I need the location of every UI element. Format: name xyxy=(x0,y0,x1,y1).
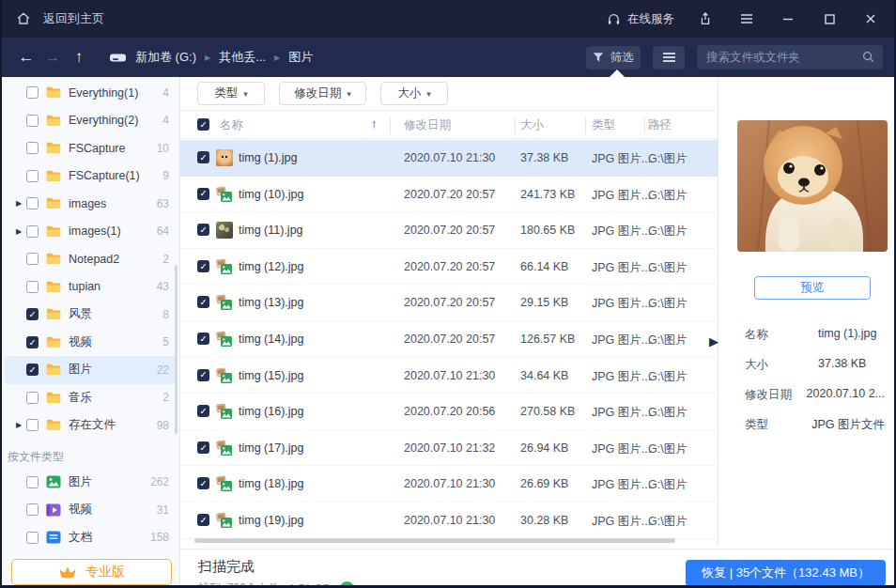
by-file-type-label: 按文件类型 xyxy=(2,440,179,469)
file-type: JPG 图片... xyxy=(592,151,651,167)
folder-checkbox[interactable] xyxy=(26,336,39,348)
date-filter-dropdown[interactable]: 修改日期▾ xyxy=(279,82,366,105)
table-row[interactable]: timg (13).jpg 2020.07.20 20:57 29.15 KB … xyxy=(180,285,718,321)
row-checkbox[interactable] xyxy=(197,151,209,163)
row-checkbox[interactable] xyxy=(197,369,209,381)
sidebar-scrollbar[interactable] xyxy=(175,265,178,434)
up-arrow-icon[interactable]: ↑ xyxy=(66,48,92,67)
folder-checkbox[interactable] xyxy=(26,253,39,265)
view-list-button[interactable] xyxy=(653,46,685,70)
table-row[interactable]: timg (1).jpg 2020.07.10 21:30 37.38 KB J… xyxy=(180,140,718,177)
file-type: JPG 图片... xyxy=(592,514,651,530)
table-row[interactable]: timg (17).jpg 2020.07.10 21:32 26.94 KB … xyxy=(180,430,718,467)
sidebar-folder-item[interactable]: ▶ 音乐 2 xyxy=(5,384,177,412)
file-path: G:\图片 xyxy=(648,333,687,348)
table-row[interactable]: timg (19).jpg 2020.07.10 21:30 30.28 KB … xyxy=(180,503,718,539)
row-checkbox[interactable] xyxy=(197,296,209,308)
row-checkbox[interactable] xyxy=(197,333,209,345)
column-header-path[interactable]: 路径 xyxy=(648,117,672,133)
close-icon[interactable] xyxy=(860,8,881,29)
row-checkbox[interactable] xyxy=(197,224,209,236)
forward-arrow-icon[interactable]: → xyxy=(39,48,66,67)
row-checkbox[interactable] xyxy=(197,514,209,526)
menu-icon[interactable] xyxy=(736,8,757,29)
sidebar-folder-item[interactable]: ▶ FSCapture 10 xyxy=(5,134,177,162)
maximize-icon[interactable] xyxy=(819,8,840,29)
folder-checkbox[interactable] xyxy=(26,170,39,182)
sidebar-folder-item[interactable]: ▶ 图片 22 xyxy=(5,356,177,384)
row-checkbox[interactable] xyxy=(197,260,209,272)
sidebar-folder-item[interactable]: ▶ 存在文件 98 xyxy=(5,411,177,440)
file-type-item[interactable]: 文档 158 xyxy=(5,524,177,552)
row-checkbox[interactable] xyxy=(197,405,209,417)
table-row[interactable]: timg (10).jpg 2020.07.20 20:57 241.73 KB… xyxy=(180,177,718,213)
type-filter-dropdown[interactable]: 类型▾ xyxy=(197,82,265,105)
recover-button[interactable]: 恢复 | 35个文件（132.43 MB） xyxy=(686,560,886,586)
table-row[interactable]: timg (15).jpg 2020.07.10 21:30 34.64 KB … xyxy=(180,358,718,395)
row-checkbox[interactable] xyxy=(197,477,209,489)
file-type-checkbox[interactable] xyxy=(26,476,39,488)
search-input[interactable] xyxy=(697,45,883,70)
preview-button[interactable]: 预览 xyxy=(754,276,871,300)
folder-checkbox[interactable] xyxy=(26,364,39,376)
search-icon[interactable] xyxy=(861,50,875,64)
row-checkbox[interactable] xyxy=(197,188,209,200)
breadcrumb-parent[interactable]: 其他丢... xyxy=(219,49,266,66)
file-type-checkbox[interactable] xyxy=(26,532,39,544)
back-to-home[interactable]: 返回到主页 xyxy=(15,10,104,27)
folder-checkbox[interactable] xyxy=(26,308,39,320)
sidebar-folder-item[interactable]: ▶ images 63 xyxy=(5,190,177,218)
sidebar-folder-item[interactable]: ▶ FSCapture(1) 9 xyxy=(5,162,177,191)
column-header-type[interactable]: 类型 xyxy=(592,117,615,133)
column-header-date[interactable]: 修改日期 xyxy=(404,117,451,133)
row-checkbox[interactable] xyxy=(197,441,209,454)
folder-name: FSCapture(1) xyxy=(69,169,140,182)
sidebar-folder-item[interactable]: ▶ images(1) 64 xyxy=(5,218,177,246)
file-type-checkbox[interactable] xyxy=(26,503,39,516)
select-all-checkbox[interactable] xyxy=(197,118,209,131)
size-filter-dropdown[interactable]: 大小▾ xyxy=(380,82,448,105)
sidebar-folder-item[interactable]: ▶ 风景 8 xyxy=(5,301,177,329)
file-type-item[interactable]: 图片 262 xyxy=(5,469,177,497)
breadcrumb-drive[interactable]: 新加卷 (G:) xyxy=(135,49,196,66)
back-arrow-icon[interactable]: ← xyxy=(13,48,39,67)
folder-icon xyxy=(46,392,61,404)
sidebar-folder-item[interactable]: ▶ 视频 5 xyxy=(5,329,177,357)
table-row[interactable]: timg (12).jpg 2020.07.20 20:57 66.14 KB … xyxy=(180,249,718,286)
sidebar-folder-item[interactable]: ▶ Everything(2) 4 xyxy=(5,107,177,135)
folder-checkbox[interactable] xyxy=(26,281,39,293)
minimize-icon[interactable] xyxy=(778,8,798,29)
sidebar-folder-item[interactable]: ▶ Everything(1) 4 xyxy=(5,79,177,107)
file-type-item[interactable]: 视频 31 xyxy=(5,496,177,524)
online-service[interactable]: 在线服务 xyxy=(607,11,674,27)
breadcrumb-current[interactable]: 图片 xyxy=(288,49,313,66)
table-row[interactable]: timg (18).jpg 2020.07.10 21:30 26.69 KB … xyxy=(180,466,718,503)
expand-arrow-icon[interactable]: ▶ xyxy=(16,227,26,236)
expand-arrow-icon[interactable]: ▶ xyxy=(16,421,26,429)
folder-checkbox[interactable] xyxy=(26,86,39,99)
sidebar-folder-item[interactable]: ▶ tupian 43 xyxy=(5,273,177,302)
file-name: timg (14).jpg xyxy=(239,333,303,346)
folder-checkbox[interactable] xyxy=(26,115,39,127)
file-type: JPG 图片... xyxy=(592,333,651,348)
column-header-size[interactable]: 大小 xyxy=(520,117,544,133)
column-header-name[interactable]: 名称 xyxy=(220,117,243,133)
share-icon[interactable] xyxy=(695,8,716,29)
table-row[interactable]: timg (11).jpg 2020.07.20 20:57 180.65 KB… xyxy=(180,212,718,249)
expand-arrow-icon[interactable]: ▶ xyxy=(16,199,26,208)
table-row[interactable]: timg (14).jpg 2020.07.20 20:57 126.57 KB… xyxy=(180,321,718,358)
sort-ascending-icon[interactable]: ↑ xyxy=(371,116,378,131)
nav-toolbar: ← → ↑ 新加卷 (G:) ▶ 其他丢... ▶ 图片 筛选 xyxy=(2,38,894,77)
folder-checkbox[interactable] xyxy=(26,142,39,154)
sidebar-folder-item[interactable]: ▶ Notepad2 2 xyxy=(5,245,177,273)
pro-version-button[interactable]: 专业版 xyxy=(11,559,172,585)
folder-checkbox[interactable] xyxy=(26,197,39,209)
filter-button[interactable]: 筛选 xyxy=(586,46,641,70)
folder-checkbox[interactable] xyxy=(26,225,39,238)
folder-checkbox[interactable] xyxy=(26,392,39,404)
horizontal-scrollbar[interactable] xyxy=(194,538,675,543)
table-row[interactable]: timg (16).jpg 2020.07.20 20:56 270.58 KB… xyxy=(180,394,718,430)
folder-count: 22 xyxy=(157,364,169,377)
collapse-preview-icon[interactable]: ▶ xyxy=(709,334,718,348)
folder-checkbox[interactable] xyxy=(26,419,39,431)
